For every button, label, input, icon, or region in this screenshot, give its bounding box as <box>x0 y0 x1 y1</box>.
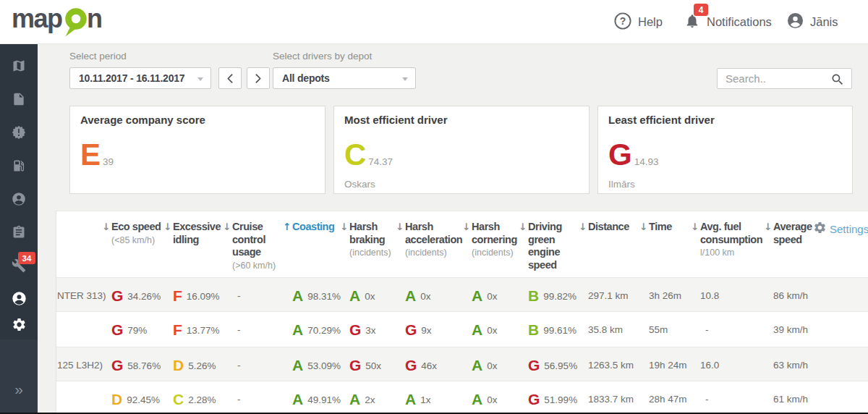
sidebar-lower-shade <box>0 339 38 414</box>
column-label: Time <box>649 221 681 234</box>
depot-select[interactable]: All depots <box>273 67 416 89</box>
table-row[interactable]: G79%F13.77%-A70.29%G3xG9xA0xB99.61%35.8 … <box>56 312 868 347</box>
column-sublabel: (<85 km/h) <box>111 235 168 246</box>
card-average-company-score: Average company score E 39 <box>69 106 326 194</box>
notifications-button[interactable]: 4 Notifications <box>684 0 772 44</box>
sidebar-item-gear[interactable] <box>0 308 38 341</box>
column-header-cruise-control-usage[interactable]: ↓Cruise control usage(>60 km/h) <box>232 221 273 271</box>
previous-period-button[interactable] <box>218 67 242 89</box>
help-button[interactable]: ? Help <box>614 0 663 44</box>
help-label: Help <box>638 15 663 29</box>
column-header-coasting[interactable]: ↑Coasting <box>292 221 343 234</box>
grade-cell: G9x <box>405 312 432 347</box>
column-header-eco-speed[interactable]: ↓Eco speed(<85 km/h) <box>111 221 168 246</box>
sort-descending-icon: ↓ <box>691 221 699 233</box>
column-header-driving-green-engine-speed[interactable]: ↓Driving green engine speed <box>528 221 569 271</box>
sort-descending-icon: ↓ <box>163 221 171 233</box>
table-row[interactable]: D92.45%C2.28%-A49.91%A2xA1xA0xG51.99%183… <box>56 381 868 414</box>
grade-letter: A <box>349 392 360 407</box>
table-row[interactable]: NTER 313)G34.26%F16.09%-A98.31%A0xA0xA0x… <box>56 277 868 312</box>
value-cell: 10.8 <box>700 278 719 313</box>
grade-letter: A <box>292 358 303 373</box>
grade-letter: G <box>111 358 123 373</box>
period-select[interactable]: 10.11.2017 - 16.11.2017 <box>69 67 211 89</box>
grade-letter: A <box>292 288 303 303</box>
table-settings-link[interactable]: Settings <box>813 221 868 237</box>
grade-letter: G <box>349 358 361 373</box>
sort-descending-icon: ↓ <box>639 221 647 233</box>
grade-cell: G50x <box>349 347 381 382</box>
avatar-icon <box>787 12 804 32</box>
caret-down-icon <box>402 77 408 81</box>
grade-value: 50x <box>365 360 381 371</box>
next-period-button[interactable] <box>247 67 270 89</box>
grade-cell: A0x <box>472 278 497 313</box>
value-cell: - <box>237 278 241 313</box>
grade-letter: A <box>472 288 482 303</box>
grade-letter: A <box>472 322 482 337</box>
grade-value: 9x <box>421 325 431 336</box>
sidebar-badge: 34 <box>18 252 35 264</box>
grade-value: 13.77% <box>187 325 220 336</box>
column-header-average-speed[interactable]: ↓Average speed <box>773 221 817 246</box>
column-label: Cruise control usage <box>232 221 273 259</box>
notifications-label: Notifications <box>707 15 772 29</box>
column-sublabel: (>60 km/h) <box>232 260 273 271</box>
grade-letter: G <box>528 358 540 373</box>
column-header-time[interactable]: ↓Time <box>649 221 681 234</box>
sidebar-collapse-button[interactable]: » <box>0 379 38 399</box>
grade-value: 98.31% <box>307 291 341 302</box>
grade-value: 16.09% <box>187 291 220 302</box>
value-cell: 86 km/h <box>773 278 808 313</box>
vehicle-name: NTER 313) <box>57 278 106 313</box>
grade-cell: A2x <box>349 381 375 414</box>
document-icon <box>12 92 26 106</box>
value-cell: - <box>705 381 709 414</box>
grade-value: 2x <box>365 394 375 405</box>
column-header-avg-fuel-consumption[interactable]: ↓Avg. fuel consumptionl/100 km <box>700 221 754 258</box>
gear-icon <box>12 317 27 332</box>
grade-value: 51.99% <box>544 394 577 405</box>
column-header-harsh-acceleration[interactable]: ↓Harsh acceleration(incidents) <box>405 221 447 258</box>
sidebar-item-fuel[interactable] <box>0 149 38 182</box>
sidebar-item-wrench[interactable]: 34 <box>0 249 38 282</box>
grade-value: 99.61% <box>543 325 576 336</box>
grade-value: 34.26% <box>127 291 161 302</box>
grade-cell: C2.28% <box>173 381 216 414</box>
sidebar-item-alert[interactable] <box>0 116 38 149</box>
grade-letter: B <box>528 288 539 303</box>
sort-descending-icon: ↓ <box>519 221 527 233</box>
grade-letter: G <box>111 288 123 303</box>
column-header-harsh-cornering[interactable]: ↓Harsh cornering(incidents) <box>472 221 514 258</box>
grade-cell: G51.99% <box>528 381 577 414</box>
grade-cell: A0x <box>472 347 497 382</box>
column-header-distance[interactable]: ↓Distance <box>588 221 639 234</box>
grade-value: 0x <box>487 291 497 302</box>
grade-value: 99.82% <box>543 291 576 302</box>
column-header-excessive-idling[interactable]: ↓Excessive idling <box>173 221 226 246</box>
column-label: Harsh braking <box>349 221 391 246</box>
sidebar-item-document[interactable] <box>0 83 38 116</box>
table-row[interactable]: 125 L3H2)G58.76%D5.26%-A53.09%G50xG46xA0… <box>56 347 868 381</box>
user-menu[interactable]: Jānis <box>787 0 838 44</box>
value-cell: 55m <box>649 312 668 347</box>
sidebar-item-map[interactable] <box>0 49 38 83</box>
grade-cell: B99.82% <box>528 278 576 313</box>
column-label: Excessive idling <box>173 221 226 246</box>
value-cell: - <box>237 347 241 382</box>
value-cell: 1833.7 km <box>588 381 634 414</box>
column-header-harsh-braking[interactable]: ↓Harsh braking(incidents) <box>349 221 391 258</box>
sidebar-item-clipboard[interactable] <box>0 216 38 249</box>
sidebar: 34 » <box>0 44 38 414</box>
column-label: Average speed <box>773 221 817 246</box>
sidebar-item-driver[interactable] <box>0 182 38 216</box>
value-cell: - <box>237 312 241 347</box>
value-cell: 297.1 km <box>588 278 629 313</box>
grade-cell: A70.29% <box>292 312 341 347</box>
grade-letter: G <box>349 322 361 337</box>
user-icon <box>12 291 27 306</box>
grade-letter: A <box>292 322 303 337</box>
grade-cell: G58.76% <box>111 347 161 382</box>
grade-letter: F <box>173 288 182 303</box>
grade-value: 46x <box>421 360 437 371</box>
